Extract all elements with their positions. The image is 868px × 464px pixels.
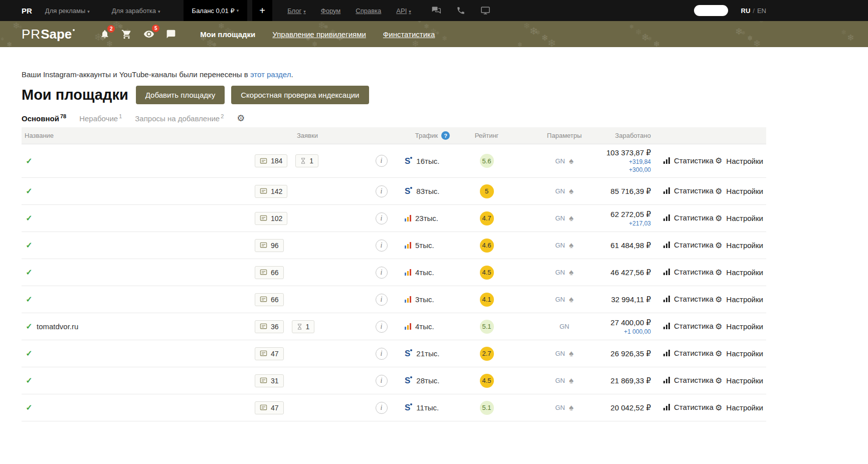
bids-count: 66 [271,269,279,277]
nav-my-sites[interactable]: Мои площадки [200,30,255,39]
bids-chip[interactable]: 47 [255,347,284,360]
statistics-link[interactable]: Статистика [663,156,714,165]
queue-chip[interactable]: 1 [292,320,315,333]
gear-icon: ⚙ [715,214,722,222]
settings-link[interactable]: ⚙ Настройки [715,295,763,304]
tab-broken[interactable]: Нерабочие1 [79,113,122,123]
blog-link[interactable]: Блог▾ [287,7,306,15]
info-icon[interactable]: i [376,402,388,414]
statistics-bars-icon [663,157,670,164]
traffic-value: 23тыс. [415,214,438,222]
nav-privileges[interactable]: Управление привилегиями [272,30,366,39]
status-ok-icon: ✓ [26,295,32,304]
bids-chip[interactable]: 96 [255,239,284,252]
sites-table: Название Заявки Трафик ? Рейтинг Парамет… [22,127,766,421]
traffic-value: 16тыс. [416,157,439,165]
balance-dropdown[interactable]: Баланс 0,01 ₽▾ [184,0,248,21]
this-section-link[interactable]: этот раздел [250,70,291,79]
info-icon[interactable]: i [376,240,388,252]
bids-chip[interactable]: 66 [255,293,284,306]
bids-chip[interactable]: 102 [255,212,287,225]
queue-chip[interactable]: 1 [295,154,318,167]
tab-main[interactable]: Основной78 [22,113,66,123]
phone-icon[interactable] [456,6,465,15]
statistics-link[interactable]: Статистика [663,349,714,357]
tab-requests[interactable]: Запросы на добавление2 [135,113,224,123]
monitor-icon[interactable] [480,6,490,16]
api-link[interactable]: API▾ [396,7,411,15]
menu-for-advertisers[interactable]: Для рекламы▾ [45,7,90,15]
site-name[interactable]: tomatdvor.ru [37,322,235,331]
info-icon[interactable]: i [376,348,388,360]
info-icon[interactable]: i [376,321,388,333]
statistics-link[interactable]: Статистика [663,322,714,330]
bids-chip[interactable]: 36 [255,320,284,333]
traffic-help-icon[interactable]: ? [441,131,450,140]
settings-link[interactable]: ⚙ Настройки [715,268,763,277]
settings-link[interactable]: ⚙ Настройки [715,403,763,412]
settings-link[interactable]: ⚙ Настройки [715,214,763,222]
bids-chip[interactable]: 31 [255,374,284,387]
index-check-button[interactable]: Скоростная проверка индексации [231,86,369,104]
info-icon[interactable]: i [376,294,388,306]
menu-for-earning-label: Для заработка [112,7,156,15]
forum-link[interactable]: Форум [321,7,341,15]
nav-finstatistics[interactable]: Финстатистика [383,30,435,39]
bids-chip[interactable]: 47 [255,401,284,414]
settings-link[interactable]: ⚙ Настройки [715,157,763,165]
add-site-button[interactable]: Добавить площадку [136,86,225,104]
bids-chip[interactable]: 142 [255,185,287,198]
gear-icon: ⚙ [715,350,722,358]
statistics-bars-icon [663,214,670,221]
earned-cell: 85 716,39 ₽ [591,187,651,196]
settings-link[interactable]: ⚙ Настройки [715,376,763,385]
help-link[interactable]: Справка [356,7,381,15]
similarweb-icon: S [405,403,412,412]
tabs-row: Основной78 Нерабочие1 Запросы на добавле… [22,113,868,123]
notifications-bell-icon[interactable]: 2 [100,29,110,39]
logo-dot [73,29,75,31]
bids-chip[interactable]: 66 [255,266,284,279]
statistics-link[interactable]: Статистика [663,213,714,222]
gear-icon: ⚙ [715,242,722,250]
info-icon[interactable]: i [376,267,388,279]
lang-ru[interactable]: RU [741,7,751,15]
statistics-link[interactable]: Статистика [663,241,714,249]
bids-count: 31 [271,377,279,385]
lang-en[interactable]: EN [757,7,766,15]
params-cell: GN ♠ [513,157,591,165]
chevron-down-icon: ▾ [158,9,160,14]
tabs-settings-gear-icon[interactable]: ⚙ [237,114,245,123]
holiday-theme-toggle[interactable] [694,5,728,16]
prsape-logo[interactable]: PRSape [22,27,75,42]
earned-cell: 20 042,52 ₽ [591,403,651,412]
settings-link[interactable]: ⚙ Настройки [715,322,763,331]
status-ok-icon: ✓ [26,241,32,250]
statistics-link[interactable]: Статистика [663,376,714,384]
info-icon[interactable]: i [376,155,388,167]
info-icon[interactable]: i [376,375,388,387]
settings-link[interactable]: ⚙ Настройки [715,241,763,250]
statistics-link[interactable]: Статистика [663,186,714,195]
settings-link[interactable]: ⚙ Настройки [715,187,763,195]
messages-icon[interactable] [431,6,441,16]
gear-icon: ⚙ [715,296,722,304]
statistics-link[interactable]: Статистика [663,403,714,411]
add-funds-button[interactable]: + [252,0,272,21]
statistics-link[interactable]: Статистика [663,268,714,276]
bids-cell: 47 [235,401,335,414]
earned-amount: 32 994,11 ₽ [591,295,651,304]
statistics-link[interactable]: Статистика [663,295,714,303]
settings-cell: ⚙ Настройки [711,214,766,223]
settings-link[interactable]: ⚙ Настройки [715,349,763,358]
bids-chip[interactable]: 184 [255,154,287,167]
watch-eye-icon[interactable]: 5 [143,29,154,40]
info-icon[interactable]: i [376,185,388,197]
info-icon[interactable]: i [376,212,388,224]
earned-amount: 20 042,52 ₽ [591,403,651,412]
cart-icon[interactable] [121,29,132,40]
pr-module-logo[interactable]: PR [22,7,32,15]
chat-icon[interactable] [166,29,176,39]
menu-for-earning[interactable]: Для заработка▾ [112,7,160,15]
header-rating: Рейтинг [460,132,513,139]
